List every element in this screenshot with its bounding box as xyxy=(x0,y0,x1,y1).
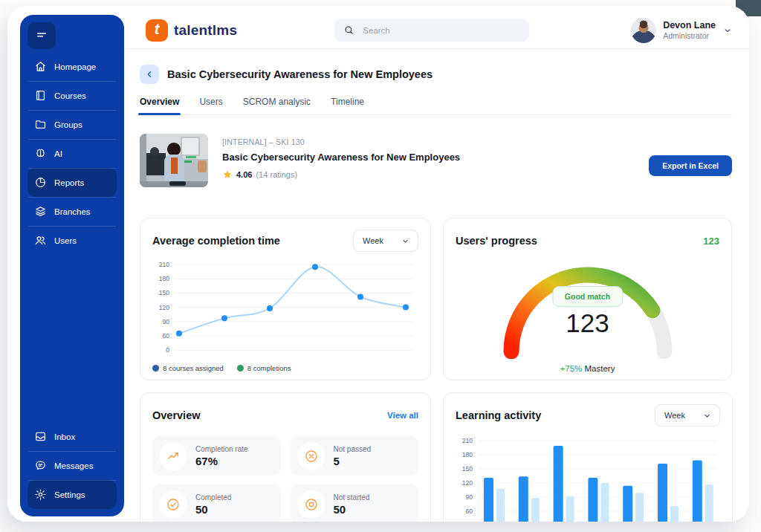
chart-legend: 8 courses assigned 8 completions xyxy=(152,364,418,372)
sidebar-item-courses[interactable]: Courses xyxy=(27,81,117,110)
inbox-icon xyxy=(34,430,47,443)
tab-scrom-analysic[interactable]: SCROM analysic xyxy=(243,97,311,114)
rating-value: 4.06 xyxy=(236,170,252,179)
export-excel-button[interactable]: Export in Excel xyxy=(649,155,732,176)
svg-text:180: 180 xyxy=(462,451,473,458)
sidebar-item-reports[interactable]: Reports xyxy=(27,168,117,197)
app-window: Homepage Courses Groups AI Reports Branc… xyxy=(7,6,749,522)
svg-text:0: 0 xyxy=(166,346,169,354)
sidebar-item-messages[interactable]: Messages xyxy=(27,451,117,480)
view-all-link[interactable]: View all xyxy=(387,411,418,420)
svg-text:120: 120 xyxy=(159,304,169,311)
overview-title: Overview xyxy=(152,409,201,421)
star-icon xyxy=(222,169,233,180)
stat-tile: Not passed 5 xyxy=(291,436,419,476)
pie-chart-icon xyxy=(34,176,47,189)
users-progress-total: 123 xyxy=(703,236,719,247)
menu-toggle-button[interactable] xyxy=(27,22,56,49)
legend-item: 8 completions xyxy=(237,364,291,372)
cards-row-1: Average completion time Week 21018015012… xyxy=(140,218,732,380)
svg-text:180: 180 xyxy=(159,275,169,282)
course-rating: 4.06 (14 ratings) xyxy=(222,169,460,180)
users-progress-card: Users' progress 123 xyxy=(443,218,732,380)
learning-activity-card: Learning activity Week 21018015012090600 xyxy=(443,392,733,522)
completion-time-period-select[interactable]: Week xyxy=(353,230,418,252)
svg-text:150: 150 xyxy=(462,465,473,473)
search-box[interactable] xyxy=(334,19,529,42)
user-profile-menu[interactable]: Devon Lane Administrator xyxy=(631,18,733,43)
completion-time-card: Average completion time Week 21018015012… xyxy=(140,218,431,380)
users-progress-gauge: Good match 123 +75% Mastery xyxy=(456,252,719,387)
gauge-value: 123 xyxy=(566,308,609,338)
tab-users[interactable]: Users xyxy=(199,97,222,114)
page-content: Basic Cybersecurity Awareness for New Em… xyxy=(124,49,749,522)
tab-bar: OverviewUsersSCROM analysicTimeline xyxy=(140,97,732,115)
main-area: t talentlms Devon Lane Administrator xyxy=(124,6,749,522)
hamburger-icon xyxy=(35,28,48,44)
tab-timeline[interactable]: Timeline xyxy=(331,97,364,114)
brain-icon xyxy=(34,147,47,160)
page-title-row: Basic Cybersecurity Awareness for New Em… xyxy=(140,65,732,84)
completion-time-title: Average completion time xyxy=(152,235,280,247)
trend-up-icon xyxy=(159,442,187,470)
chevron-down-icon xyxy=(401,236,410,246)
chevron-left-icon xyxy=(144,69,155,80)
completion-time-line-chart: 21018015012090600 xyxy=(152,257,417,355)
learning-activity-title: Learning activity xyxy=(456,409,541,421)
sidebar: Homepage Courses Groups AI Reports Branc… xyxy=(20,15,124,516)
sidebar-item-inbox[interactable]: Inbox xyxy=(27,422,117,451)
chevron-down-icon xyxy=(702,411,712,421)
mastery-label: +75% Mastery xyxy=(560,364,615,373)
sidebar-item-ai[interactable]: AI xyxy=(27,139,117,168)
sidebar-bottom-nav: Inbox Messages Settings xyxy=(27,422,117,509)
gear-icon xyxy=(34,488,47,501)
main-header: t talentlms Devon Lane Administrator xyxy=(124,12,749,49)
search-icon xyxy=(343,25,354,36)
svg-text:60: 60 xyxy=(466,507,473,515)
stop-circle-icon xyxy=(297,490,326,519)
legend-item: 8 courses assigned xyxy=(152,364,224,372)
page-title: Basic Cybersecurity Awareness for New Em… xyxy=(167,68,433,80)
course-image xyxy=(140,134,208,187)
user-role: Administrator xyxy=(663,31,716,40)
svg-text:90: 90 xyxy=(163,318,170,325)
stat-tile: Not started 50 xyxy=(291,484,419,522)
stat-tile: Completed 50 xyxy=(152,484,281,522)
brand: t talentlms xyxy=(146,19,237,42)
search-input[interactable] xyxy=(361,25,520,36)
sidebar-item-groups[interactable]: Groups xyxy=(27,110,117,139)
svg-text:150: 150 xyxy=(159,289,169,296)
sidebar-item-homepage[interactable]: Homepage xyxy=(27,52,117,81)
back-button[interactable] xyxy=(140,65,159,84)
user-name: Devon Lane xyxy=(663,20,716,32)
rating-count: (14 ratings) xyxy=(256,170,297,179)
home-icon xyxy=(34,60,47,73)
sidebar-item-users[interactable]: Users xyxy=(27,226,117,255)
users-progress-title: Users' progress xyxy=(456,235,537,247)
svg-text:210: 210 xyxy=(462,437,473,444)
svg-text:90: 90 xyxy=(466,493,473,501)
users-icon xyxy=(34,234,47,247)
svg-text:120: 120 xyxy=(462,479,473,487)
overview-card: Overview View all Completion rate 67% No… xyxy=(140,392,431,522)
sidebar-item-settings[interactable]: Settings xyxy=(27,480,117,509)
brand-name: talentlms xyxy=(174,22,237,39)
x-circle-icon xyxy=(297,442,326,470)
svg-text:210: 210 xyxy=(159,261,169,268)
sidebar-nav: Homepage Courses Groups AI Reports Branc… xyxy=(27,52,117,255)
match-badge: Good match xyxy=(552,286,623,307)
svg-text:60: 60 xyxy=(163,332,170,340)
learning-activity-bar-chart: 21018015012090600 xyxy=(456,432,720,522)
book-icon xyxy=(34,89,47,102)
course-info: [INTERNAL] – SKI 130 Basic Cybersecurity… xyxy=(222,134,460,187)
stat-tile: Completion rate 67% xyxy=(152,436,281,476)
gauge-arc xyxy=(494,255,681,359)
sidebar-item-branches[interactable]: Branches xyxy=(27,197,117,226)
avatar xyxy=(631,18,656,43)
folder-icon xyxy=(34,118,47,131)
course-summary: [INTERNAL] – SKI 130 Basic Cybersecurity… xyxy=(140,134,732,187)
chevron-down-icon xyxy=(722,25,733,36)
layers-icon xyxy=(34,205,47,218)
tab-overview[interactable]: Overview xyxy=(140,97,179,114)
learning-activity-period-select[interactable]: Week xyxy=(655,404,720,426)
